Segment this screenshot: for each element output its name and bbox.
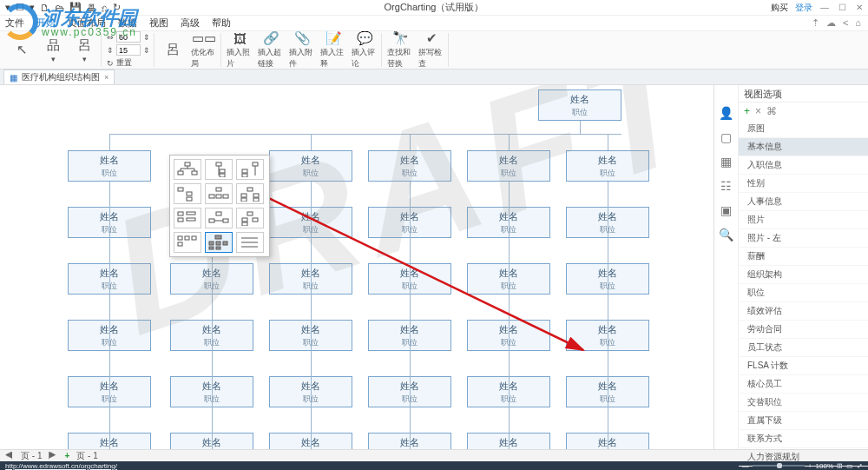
view-option-item[interactable]: 直属下级 (739, 412, 868, 430)
page-label[interactable]: 页 - 1 (21, 450, 42, 462)
panel-add-button[interactable]: + (744, 105, 750, 117)
org-chart-node[interactable]: 姓名职位 (68, 150, 151, 182)
layout-option-4[interactable] (174, 183, 201, 204)
qat-redo-icon[interactable]: ↻ (113, 2, 121, 13)
view-mode-1-icon[interactable]: ⊞ (837, 462, 843, 470)
qat-menu-icon[interactable]: ▾ (5, 2, 10, 13)
menu-file[interactable]: 文件 (5, 17, 24, 30)
login-link[interactable]: 登录 (795, 2, 812, 14)
org-chart-node[interactable]: 姓名职位 (538, 89, 621, 121)
zoom-in-button[interactable]: + (808, 462, 812, 470)
org-chart-node[interactable]: 姓名职位 (368, 150, 451, 182)
spellcheck-button[interactable]: ✔拼写检查 (418, 34, 444, 67)
view-mode-2-icon[interactable]: ▭ (846, 462, 853, 470)
panel-close-button[interactable]: × (755, 105, 761, 117)
vspacing-input[interactable] (116, 44, 141, 56)
zoom-out-button[interactable]: — (742, 462, 749, 470)
insert-hyperlink-button[interactable]: 🔗插入超链接 (258, 34, 284, 67)
layout-option-10[interactable] (174, 232, 201, 253)
menu-data[interactable]: 数据 (118, 17, 137, 30)
menu-help[interactable]: 帮助 (212, 17, 231, 30)
page-prev-button[interactable]: ⯇ (5, 451, 14, 460)
view-option-item[interactable]: 基本信息 (739, 138, 868, 156)
layout-option-12[interactable] (236, 232, 264, 253)
share-icon[interactable]: < (843, 17, 848, 29)
layout-option-7[interactable] (174, 208, 201, 228)
qat-new-icon[interactable]: ☐ (16, 2, 24, 13)
org-chart-node[interactable]: 姓名职位 (566, 150, 649, 182)
cloud-icon[interactable]: ☁ (826, 17, 836, 29)
layout-option-8[interactable] (205, 208, 233, 228)
layout-option-11-selected[interactable] (205, 232, 233, 253)
minimize-button[interactable]: — (819, 3, 830, 12)
view-option-item[interactable]: 入职信息 (739, 156, 868, 175)
layout-option-6[interactable] (236, 183, 264, 204)
insert-attachment-button[interactable]: 📎插入附件 (289, 34, 315, 67)
menu-page-layout[interactable]: 页面布局 (68, 17, 106, 30)
insert-note-button[interactable]: 📝插入注释 (320, 34, 346, 67)
page-add-button[interactable]: + (64, 451, 69, 460)
buy-link[interactable]: 购买 (771, 2, 788, 14)
qat-undo-icon[interactable]: ⎌ (102, 3, 108, 13)
menu-view[interactable]: 视图 (149, 17, 168, 30)
view-option-item[interactable]: 核心员工 (739, 375, 868, 394)
view-option-item[interactable]: 原图 (739, 120, 868, 138)
maximize-button[interactable]: ☐ (837, 3, 847, 12)
canvas-area[interactable]: 姓名职位姓名职位姓名职位姓名职位姓名职位姓名职位姓名职位姓名职位姓名职位姓名职位… (0, 85, 713, 449)
view-option-item[interactable]: 职位 (739, 284, 868, 302)
side-icon-card[interactable]: 👤 (719, 106, 734, 122)
tab-close-button[interactable]: × (104, 73, 108, 82)
view-option-item[interactable]: 照片 - 左 (739, 229, 868, 248)
layout-option-5[interactable] (205, 183, 233, 204)
side-icon-search[interactable]: 🔍 (719, 228, 734, 243)
page-secondary-label[interactable]: 页 - 1 (76, 450, 97, 462)
menu-advanced[interactable]: 高级 (181, 17, 200, 30)
home-icon[interactable]: ⌂ (855, 17, 861, 29)
side-icon-grid[interactable]: ▦ (719, 155, 734, 170)
menu-start[interactable]: 开始 (36, 17, 56, 30)
fullscreen-icon[interactable]: ⤢ (857, 462, 863, 470)
org-chart-node[interactable]: 姓名职位 (467, 150, 550, 182)
status-url-link[interactable]: http://www.edrawsoft.cn/orgcharting/ (5, 462, 117, 470)
qat-save-icon[interactable]: 💾 (69, 2, 82, 13)
close-button[interactable]: ✕ (854, 3, 865, 12)
view-option-item[interactable]: 交替职位 (739, 394, 868, 412)
view-option-item[interactable]: 联系方式 (739, 430, 868, 448)
view-option-item[interactable]: 性别 (739, 175, 868, 193)
side-icon-data[interactable]: ☷ (719, 179, 734, 195)
insert-comment-button[interactable]: 💬插入评论 (352, 34, 378, 67)
upload-icon[interactable]: ⇡ (812, 17, 819, 29)
page-next-button[interactable]: ⯈ (49, 451, 57, 460)
document-tab[interactable]: ▦ 医疗机构组织结构图 × (3, 70, 115, 84)
layout-option-1[interactable] (174, 159, 201, 180)
view-option-item[interactable]: 绩效评估 (739, 302, 868, 321)
layout-option-3[interactable] (236, 159, 264, 180)
reset-spacing[interactable]: 重置 (116, 57, 132, 69)
qat-newdoc-icon[interactable]: 🗋 (40, 3, 49, 13)
qat-print-icon[interactable]: 🖶 (87, 3, 96, 13)
side-icon-shape[interactable]: ▢ (719, 130, 734, 146)
view-option-item[interactable]: 劳动合同 (739, 321, 868, 339)
layout-option-2[interactable] (205, 159, 233, 180)
cursor-tool[interactable]: ↖ (9, 34, 35, 67)
layout-dropdown[interactable]: 品▾ (40, 34, 66, 67)
addparent-button[interactable]: 呂 (160, 34, 186, 67)
view-option-item[interactable]: 薪酬 (739, 248, 868, 266)
layout-option-9[interactable] (236, 208, 264, 228)
zoom-slider[interactable] (753, 465, 805, 467)
view-option-item[interactable]: 人事信息 (739, 193, 868, 211)
view-option-item[interactable]: 组织架构 (739, 266, 868, 284)
insert-photo-button[interactable]: 🖼插入照片 (227, 34, 253, 67)
sublayout-dropdown[interactable]: 呂▾ (71, 34, 97, 67)
qat-open-icon[interactable]: 🗁 (55, 3, 64, 13)
find-replace-button[interactable]: 🔭查找和替换 (387, 34, 413, 67)
hspacing-input[interactable] (116, 31, 141, 43)
view-option-item[interactable]: 照片 (739, 211, 868, 229)
view-option-item[interactable]: 员工状态 (739, 339, 868, 357)
side-icon-box[interactable]: ▣ (719, 203, 734, 219)
view-option-item[interactable]: FLSA 计数 (739, 357, 868, 375)
optimize-layout-button[interactable]: ▭▭优化布局 (191, 34, 217, 67)
org-chart-node[interactable]: 姓名职位 (269, 150, 352, 182)
qat-dd-icon[interactable]: ▾ (30, 2, 35, 13)
panel-link-button[interactable]: ⌘ (766, 105, 777, 117)
